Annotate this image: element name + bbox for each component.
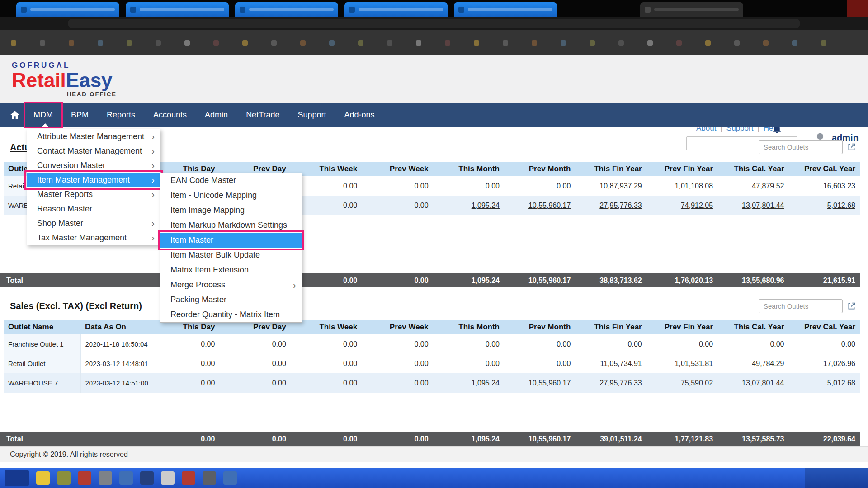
nav-home[interactable] bbox=[5, 103, 24, 127]
value-cell: 17,026.96 bbox=[789, 354, 860, 373]
bookmark-icon[interactable] bbox=[618, 40, 624, 46]
menu-item-master-reports[interactable]: Master Reports› bbox=[27, 187, 160, 202]
menu-item-item-master[interactable]: Item Master bbox=[160, 233, 302, 248]
value-cell: 27,95,776.33 bbox=[575, 196, 646, 215]
menu-item-matrix-item-extension[interactable]: Matrix Item Extension bbox=[160, 263, 302, 277]
bookmark-icon[interactable] bbox=[532, 40, 537, 46]
taskbar-icon[interactable] bbox=[36, 471, 50, 485]
windows-taskbar bbox=[0, 468, 868, 488]
nav-item-support[interactable]: Support bbox=[289, 103, 335, 127]
browser-tab[interactable] bbox=[235, 2, 338, 17]
nav-item-nettrade[interactable]: NetTrade bbox=[237, 103, 288, 127]
bookmark-icon[interactable] bbox=[474, 40, 479, 46]
browser-tab[interactable] bbox=[454, 2, 557, 17]
menu-item-reorder-quantity-matrix-item[interactable]: Reorder Quantity - Matrix Item bbox=[160, 307, 302, 322]
taskbar-icon[interactable] bbox=[182, 471, 195, 485]
bookmark-icon[interactable] bbox=[734, 40, 740, 46]
search-outlets-input[interactable] bbox=[759, 140, 843, 154]
bookmark-icon[interactable] bbox=[11, 40, 16, 46]
menu-item-label: Contact Master Management bbox=[37, 146, 142, 156]
browser-tab[interactable] bbox=[126, 2, 229, 17]
bookmark-icon[interactable] bbox=[763, 40, 769, 46]
nav-item-add-ons[interactable]: Add-ons bbox=[335, 103, 384, 127]
bookmark-icon[interactable] bbox=[242, 40, 248, 46]
bookmark-icon[interactable] bbox=[98, 40, 103, 46]
outlet-name-cell: Franchise Outlet 1 bbox=[4, 334, 80, 354]
start-button[interactable] bbox=[5, 470, 29, 486]
actual-sales-total-row: Total0.000.000.000.001,095.2410,55,960.1… bbox=[0, 273, 860, 287]
value-link[interactable]: 5,012.68 bbox=[827, 202, 855, 209]
expand-icon[interactable] bbox=[847, 301, 856, 311]
bookmark-icon[interactable] bbox=[271, 40, 277, 46]
bookmark-icon[interactable] bbox=[647, 40, 653, 46]
menu-item-item-markup-markdown-settings[interactable]: Item Markup Markdown Settings bbox=[160, 218, 302, 233]
menu-item-shop-master[interactable]: Shop Master› bbox=[27, 216, 160, 230]
menu-item-item-master-bulk-update[interactable]: Item Master Bulk Update bbox=[160, 248, 302, 263]
value-link[interactable]: 13,07,801.44 bbox=[742, 202, 784, 209]
nav-item-bpm[interactable]: BPM bbox=[62, 103, 98, 127]
bookmark-icon[interactable] bbox=[416, 40, 421, 46]
value-link[interactable]: 1,01,108.08 bbox=[675, 182, 713, 190]
menu-item-item-master-management[interactable]: Item Master Management› bbox=[27, 173, 160, 187]
value-link[interactable]: 10,55,960.17 bbox=[528, 202, 571, 209]
nav-item-accounts[interactable]: Accounts bbox=[144, 103, 196, 127]
browser-close-icon[interactable] bbox=[847, 0, 868, 17]
bookmark-icon[interactable] bbox=[69, 40, 74, 46]
bookmark-icon[interactable] bbox=[387, 40, 392, 46]
menu-item-contact-master-management[interactable]: Contact Master Management› bbox=[27, 144, 160, 158]
taskbar-icon[interactable] bbox=[140, 471, 154, 485]
value-link[interactable]: 47,879.52 bbox=[752, 182, 784, 190]
bookmark-icon[interactable] bbox=[676, 40, 682, 46]
menu-item-packing-master[interactable]: Packing Master bbox=[160, 292, 302, 307]
bookmark-icon[interactable] bbox=[184, 40, 190, 46]
tab-favicon bbox=[130, 7, 136, 13]
bookmark-icon[interactable] bbox=[300, 40, 306, 46]
bookmark-icon[interactable] bbox=[329, 40, 335, 46]
bookmark-icon[interactable] bbox=[127, 40, 132, 46]
taskbar-icon[interactable] bbox=[119, 471, 133, 485]
taskbar-icon[interactable] bbox=[78, 471, 91, 485]
menu-item-reason-master[interactable]: Reason Master bbox=[27, 202, 160, 216]
menu-item-attribute-master-management[interactable]: Attribute Master Management› bbox=[27, 129, 160, 144]
bookmark-icon[interactable] bbox=[792, 40, 797, 46]
total-value-cell: 0.00 bbox=[219, 432, 290, 446]
taskbar-icon[interactable] bbox=[161, 471, 175, 485]
bookmark-icon[interactable] bbox=[358, 40, 363, 46]
menu-item-tax-master-management[interactable]: Tax Master Management› bbox=[27, 230, 160, 245]
tab-title-placeholder bbox=[468, 8, 552, 11]
search-outlets-input[interactable] bbox=[759, 299, 843, 313]
taskbar-icon[interactable] bbox=[57, 471, 71, 485]
value-link[interactable]: 10,87,937.29 bbox=[599, 182, 642, 190]
bookmark-icon[interactable] bbox=[561, 40, 566, 46]
taskbar-icon[interactable] bbox=[223, 471, 237, 485]
bookmark-icon[interactable] bbox=[821, 40, 826, 46]
bookmark-icon[interactable] bbox=[156, 40, 161, 46]
menu-item-ean-code-master[interactable]: EAN Code Master bbox=[160, 173, 302, 188]
taskbar-icon[interactable] bbox=[203, 471, 216, 485]
nav-item-reports[interactable]: Reports bbox=[98, 103, 144, 127]
value-link[interactable]: 27,95,776.33 bbox=[599, 202, 642, 209]
bookmark-icon[interactable] bbox=[213, 40, 219, 46]
bookmark-icon[interactable] bbox=[445, 40, 450, 46]
nav-item-admin[interactable]: Admin bbox=[196, 103, 237, 127]
bookmark-icon[interactable] bbox=[705, 40, 711, 46]
bookmark-icon[interactable] bbox=[503, 40, 508, 46]
menu-item-item-unicode-mapping[interactable]: Item - Unicode Mapping bbox=[160, 188, 302, 203]
url-field[interactable] bbox=[68, 19, 800, 28]
menu-item-conversion-master[interactable]: Conversion Master› bbox=[27, 158, 160, 173]
value-link[interactable]: 16,603.23 bbox=[823, 182, 855, 190]
menu-item-item-image-mapping[interactable]: Item Image Mapping bbox=[160, 203, 302, 218]
value-link[interactable]: 1,095.24 bbox=[472, 202, 500, 209]
browser-tab[interactable] bbox=[344, 2, 448, 17]
total-label: Total bbox=[0, 432, 148, 446]
expand-icon[interactable] bbox=[847, 142, 856, 152]
value-cell: 5,012.68 bbox=[789, 196, 860, 215]
bookmark-icon[interactable] bbox=[590, 40, 595, 46]
browser-tab[interactable] bbox=[640, 2, 743, 17]
bookmark-icon[interactable] bbox=[40, 40, 45, 46]
menu-item-merge-process[interactable]: Merge Process› bbox=[160, 277, 302, 292]
browser-tab[interactable] bbox=[16, 2, 119, 17]
value-cell: 0.00 bbox=[575, 334, 646, 354]
taskbar-icon[interactable] bbox=[99, 471, 112, 485]
value-link[interactable]: 74,912.05 bbox=[681, 202, 713, 209]
